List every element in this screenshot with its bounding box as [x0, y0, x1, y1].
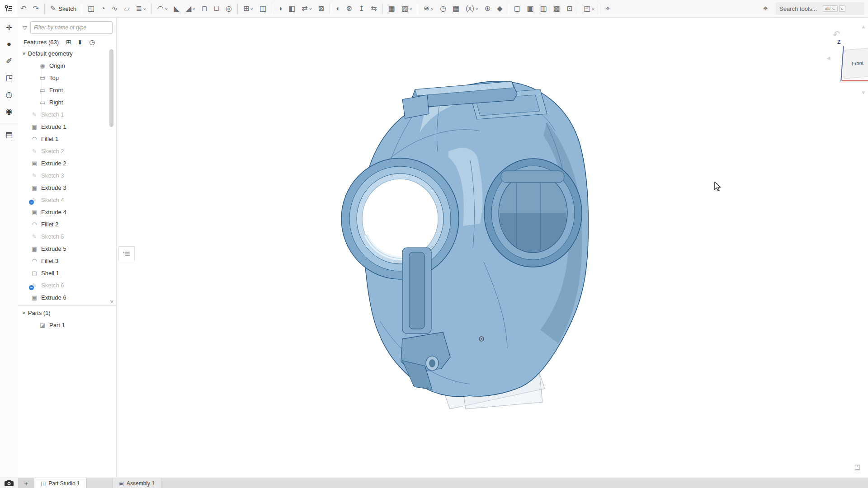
variable-button[interactable]: (x)∨ [463, 2, 481, 15]
x-axis-edge [842, 80, 868, 81]
comments-icon[interactable]: ● [2, 38, 16, 51]
featurescript-button[interactable]: ⊛ [482, 2, 493, 15]
screenshot-camera-slot[interactable] [0, 478, 18, 488]
export-drawing-button[interactable]: ▤ [450, 2, 462, 15]
view-cube-front-face[interactable]: Front [844, 47, 868, 79]
feature-sketch-4[interactable]: ✎−Sketch 4 [18, 194, 116, 206]
mirror-button[interactable]: ◫ [257, 2, 269, 15]
tables-icon[interactable]: ▤ [2, 128, 16, 141]
feature-front[interactable]: ▭Front [18, 84, 116, 96]
feature-extrude-5[interactable]: ▣Extrude 5 [18, 243, 116, 255]
delete-part-icon: ⊠ [318, 5, 324, 12]
hole-button[interactable]: ◎ [223, 2, 235, 15]
isometric-view-corner-icon[interactable]: ◳ [854, 464, 860, 470]
configurations-icon[interactable]: ✛ [2, 21, 16, 34]
undo-button[interactable]: ↶ [18, 2, 29, 15]
tab-part-studio-1[interactable]: ◫Part Studio 1 [34, 478, 87, 488]
part-item-part-1[interactable]: ◪Part 1 [18, 319, 116, 331]
feature-sketch-5[interactable]: ✎Sketch 5 [18, 230, 116, 243]
draft-button[interactable]: ◢∨ [183, 2, 198, 15]
rollback-history-icon[interactable]: ◷ [89, 38, 94, 46]
feature-fillet-2[interactable]: ◠Fillet 2 [18, 218, 116, 230]
feature-shell-1[interactable]: ▢Shell 1 [18, 267, 116, 279]
sheet-metal-model-button[interactable]: ▢ [511, 2, 523, 15]
custom-features-icon[interactable]: ✐ [2, 54, 16, 68]
delete-part-button[interactable]: ⊠ [315, 2, 326, 15]
sheet-metal-corner-button[interactable]: ▩ [551, 2, 563, 15]
feature-sketch-6[interactable]: ✎−Sketch 6 [18, 279, 116, 291]
split-button[interactable]: ◧ [286, 2, 298, 15]
replace-face-button[interactable]: ⇆ [368, 2, 379, 15]
insert-tab-button[interactable]: + [18, 478, 34, 488]
sketch-button[interactable]: ✎Sketch [47, 2, 79, 15]
feature-sketch-2[interactable]: ✎Sketch 2 [18, 145, 116, 157]
feature-panel-collapse-button[interactable] [118, 246, 135, 261]
feature-panel-toggle-button[interactable] [0, 0, 17, 17]
chamfer-button[interactable]: ◣ [171, 2, 182, 15]
feature-right[interactable]: ▭Right [18, 96, 116, 108]
offset-surface-button[interactable]: ▨∨ [399, 2, 415, 15]
modify-fillet-button[interactable]: ◖ [333, 2, 343, 15]
redo-button[interactable]: ↷ [30, 2, 41, 15]
parts-group-header[interactable]: ∨Parts (1) [18, 307, 116, 319]
fillet-icon: ◠ [31, 258, 38, 264]
composite-part-button[interactable]: ◰∨ [581, 2, 597, 15]
fillet-button[interactable]: ◠∨ [155, 2, 170, 15]
feature-label: Extrude 5 [41, 245, 66, 252]
tag-button[interactable]: ◆ [494, 2, 505, 15]
named-positions-button[interactable]: ⌖ [603, 2, 613, 15]
rotate-down-arrow-icon[interactable]: ▼ [861, 89, 866, 96]
versions-icon[interactable]: ◳ [2, 71, 16, 84]
left-panel-rail: ✛●✐◳◷◉▤ [0, 17, 19, 481]
loft-button[interactable]: ▱ [121, 2, 132, 15]
cad-model[interactable] [335, 68, 601, 411]
learning-center-icon[interactable]: ◉ [2, 104, 16, 118]
history-clock-button[interactable]: ◷ [437, 2, 449, 15]
boolean-button[interactable]: ◑ [275, 2, 285, 15]
view-cube[interactable]: ↶ ◀ ▲ ▼ Z Front [826, 23, 868, 99]
chevron-down-icon: ∨ [143, 7, 146, 11]
delete-face-button[interactable]: ⊗ [344, 2, 355, 15]
feature-sketch-1[interactable]: ✎Sketch 1 [18, 108, 116, 121]
tab-assembly-1[interactable]: ▣Assembly 1 [112, 478, 161, 488]
rotate-left-arrow-icon[interactable]: ◀ [826, 55, 830, 61]
feature-label: Sketch 3 [41, 172, 64, 179]
shell-button[interactable]: ⊔ [211, 2, 222, 15]
curve-tools-button[interactable]: ≋∨ [421, 2, 436, 15]
feature-origin[interactable]: ◉Origin [18, 60, 116, 72]
feature-extrude-6[interactable]: ▣Extrude 6 [18, 291, 116, 304]
extrude-icon: ▣ [31, 123, 38, 130]
rib-button[interactable]: ⊓ [199, 2, 210, 15]
move-face-button[interactable]: ↥ [356, 2, 367, 15]
filter-row: ▽ [18, 17, 116, 36]
feature-default-geometry[interactable]: ∨Default geometry [18, 47, 116, 60]
feature-extrude-1[interactable]: ▣Extrude 1 [18, 121, 116, 133]
performance-icon[interactable]: ◷ [2, 88, 16, 101]
extrude-button[interactable]: ◱ [85, 2, 97, 15]
extrude-icon: ▣ [31, 160, 38, 167]
suspend-rollback-icon[interactable]: ‖ [79, 39, 82, 46]
add-folder-icon[interactable]: ⊞ [66, 38, 71, 46]
search-tools-box[interactable]: Search tools... alt/⌥ c [776, 2, 864, 15]
feature-filter-input[interactable] [30, 21, 113, 34]
sweep-button[interactable]: ∿ [109, 2, 120, 15]
feature-top[interactable]: ▭Top [18, 72, 116, 84]
feature-fillet-1[interactable]: ◠Fillet 1 [18, 133, 116, 145]
surface-button[interactable]: ▦ [386, 2, 398, 15]
feature-extrude-2[interactable]: ▣Extrude 2 [18, 157, 116, 169]
delete-face-icon: ⊗ [346, 5, 352, 12]
feature-sketch-3[interactable]: ✎Sketch 3 [18, 169, 116, 182]
feature-fillet-3[interactable]: ◠Fillet 3 [18, 255, 116, 267]
feature-extrude-3[interactable]: ▣Extrude 3 [18, 182, 116, 194]
sheet-metal-unfold-button[interactable]: ⊡ [564, 2, 575, 15]
linear-pattern-button[interactable]: ⊞∨ [241, 2, 256, 15]
feature-extrude-4[interactable]: ▣Extrude 4 [18, 206, 116, 218]
revolve-button[interactable]: ◔ [98, 2, 108, 15]
thicken-button[interactable]: ≣∨ [133, 2, 148, 15]
chevron-down-icon: ∨ [22, 311, 26, 315]
rotate-up-arrow-icon[interactable]: ▲ [861, 23, 866, 30]
sheet-metal-tab-button[interactable]: ▥ [538, 2, 550, 15]
sheet-metal-flange-button[interactable]: ▣ [524, 2, 537, 15]
named-views-target-icon[interactable]: ⌖ [760, 3, 770, 14]
transform-button[interactable]: ⇄∨ [299, 2, 314, 15]
